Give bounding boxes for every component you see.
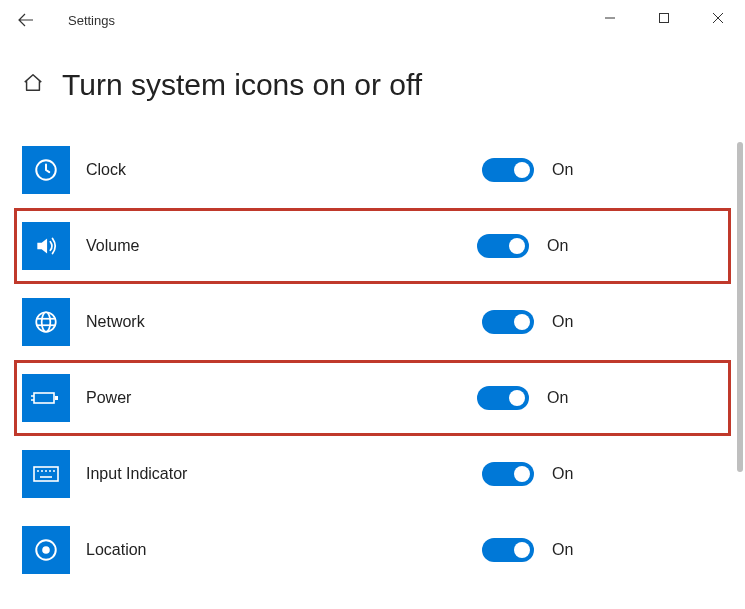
close-button[interactable] bbox=[691, 0, 745, 36]
network-toggle-state: On bbox=[552, 313, 573, 331]
location-toggle[interactable] bbox=[482, 538, 534, 562]
window-controls bbox=[583, 0, 745, 36]
minimize-icon bbox=[604, 12, 616, 24]
power-toggle-state: On bbox=[547, 389, 568, 407]
back-arrow-icon bbox=[18, 12, 34, 28]
svg-rect-10 bbox=[55, 396, 58, 400]
power-icon bbox=[22, 374, 70, 422]
location-label: Location bbox=[86, 541, 723, 559]
power-label: Power bbox=[86, 389, 723, 407]
scrollbar[interactable] bbox=[737, 142, 743, 602]
clock-toggle[interactable] bbox=[482, 158, 534, 182]
input-indicator-toggle-state: On bbox=[552, 465, 573, 483]
clock-label: Clock bbox=[86, 161, 723, 179]
volume-label: Volume bbox=[86, 237, 723, 255]
svg-point-6 bbox=[42, 312, 51, 332]
input-indicator-icon bbox=[22, 450, 70, 498]
power-toggle[interactable] bbox=[477, 386, 529, 410]
maximize-button[interactable] bbox=[637, 0, 691, 36]
minimize-button[interactable] bbox=[583, 0, 637, 36]
row-network: Network On bbox=[22, 284, 723, 360]
titlebar: Settings bbox=[0, 0, 745, 40]
page-header: Turn system icons on or off bbox=[0, 40, 745, 132]
page-title: Turn system icons on or off bbox=[62, 68, 422, 102]
close-icon bbox=[712, 12, 724, 24]
row-volume: Volume On bbox=[14, 208, 731, 284]
svg-rect-9 bbox=[34, 393, 54, 403]
volume-toggle-state: On bbox=[547, 237, 568, 255]
svg-point-19 bbox=[42, 546, 50, 554]
row-clock: Clock On bbox=[22, 132, 723, 208]
settings-list: Clock On Volume On Network On Power bbox=[0, 132, 745, 588]
clock-icon bbox=[22, 146, 70, 194]
location-icon bbox=[22, 526, 70, 574]
svg-rect-11 bbox=[34, 467, 58, 481]
clock-toggle-state: On bbox=[552, 161, 573, 179]
svg-point-5 bbox=[36, 312, 56, 332]
app-title: Settings bbox=[68, 13, 115, 28]
svg-rect-1 bbox=[660, 14, 669, 23]
row-location: Location On bbox=[22, 512, 723, 588]
home-icon bbox=[22, 72, 44, 98]
volume-icon bbox=[22, 222, 70, 270]
network-toggle[interactable] bbox=[482, 310, 534, 334]
input-indicator-toggle[interactable] bbox=[482, 462, 534, 486]
maximize-icon bbox=[658, 12, 670, 24]
input-indicator-label: Input Indicator bbox=[86, 465, 723, 483]
network-label: Network bbox=[86, 313, 723, 331]
back-button[interactable] bbox=[8, 2, 44, 38]
location-toggle-state: On bbox=[552, 541, 573, 559]
scrollbar-thumb[interactable] bbox=[737, 142, 743, 472]
network-icon bbox=[22, 298, 70, 346]
row-power: Power On bbox=[14, 360, 731, 436]
row-input-indicator: Input Indicator On bbox=[22, 436, 723, 512]
volume-toggle[interactable] bbox=[477, 234, 529, 258]
